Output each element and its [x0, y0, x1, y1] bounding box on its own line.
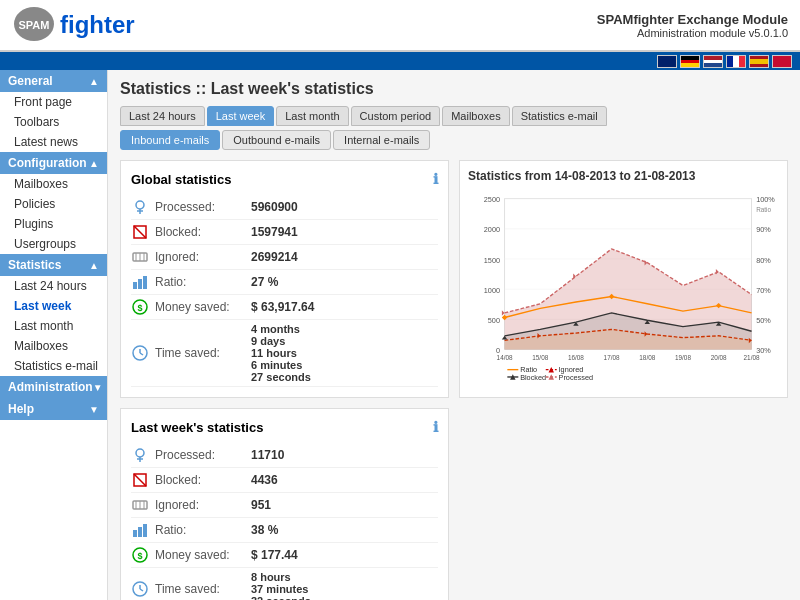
lw-blocked-value: 4436	[251, 473, 278, 487]
lw-blocked-label: Blocked:	[155, 473, 245, 487]
subtab-internal[interactable]: Internal e-mails	[333, 130, 430, 150]
svg-text:Ratio: Ratio	[756, 206, 771, 213]
sidebar-item-lastweek[interactable]: Last week	[0, 296, 107, 316]
svg-text:90%: 90%	[756, 225, 771, 234]
svg-text:SPAM: SPAM	[19, 19, 50, 31]
subtab-outbound[interactable]: Outbound e-mails	[222, 130, 331, 150]
time-value: 4 months 9 days 11 hours 6 minutes 27 se…	[251, 323, 311, 383]
sidebar-item-frontpage[interactable]: Front page	[0, 92, 107, 112]
lw-money-value: $ 177.44	[251, 548, 298, 562]
money-icon: $	[131, 298, 149, 316]
svg-rect-11	[133, 282, 137, 289]
flag-dk[interactable]	[772, 55, 792, 68]
blocked-value: 1597941	[251, 225, 298, 239]
sidebar-item-last24[interactable]: Last 24 hours	[0, 276, 107, 296]
svg-rect-86	[143, 524, 147, 537]
processed-label: Processed:	[155, 200, 245, 214]
svg-marker-73	[548, 374, 553, 379]
flag-de[interactable]	[680, 55, 700, 68]
svg-point-75	[136, 449, 144, 457]
svg-text:18/08: 18/08	[639, 355, 655, 362]
sidebar-section-admin: Administration ▼	[0, 376, 107, 398]
right-spacer	[459, 408, 788, 600]
lw-processed-label: Processed:	[155, 448, 245, 462]
svg-line-18	[140, 353, 143, 355]
stat-row-processed: Processed: 5960900	[131, 195, 438, 220]
sidebar-item-policies[interactable]: Policies	[0, 194, 107, 214]
global-stats-info-icon[interactable]: ℹ	[433, 171, 438, 187]
lw-money-label: Money saved:	[155, 548, 245, 562]
sidebar-header-general[interactable]: General ▲	[0, 70, 107, 92]
ratio-icon	[131, 273, 149, 291]
sidebar-item-statsemail[interactable]: Statistics e-mail	[0, 356, 107, 376]
svg-marker-67	[548, 367, 553, 372]
ignored-label: Ignored:	[155, 250, 245, 264]
sidebar-item-plugins[interactable]: Plugins	[0, 214, 107, 234]
lw-time-icon	[131, 580, 149, 598]
svg-rect-84	[133, 530, 137, 537]
stat-row-ignored: Ignored: 2699214	[131, 245, 438, 270]
svg-text:70%: 70%	[756, 286, 771, 295]
svg-text:20/08: 20/08	[711, 355, 727, 362]
chart-svg: 2500 2000 1500 1000 500 0 100% 90% 80% 7…	[468, 188, 779, 383]
sidebar-item-latestnews[interactable]: Latest news	[0, 132, 107, 152]
money-value: $ 63,917.64	[251, 300, 314, 314]
ratio-value: 27 %	[251, 275, 278, 289]
flag-nl[interactable]	[703, 55, 723, 68]
sidebar-help-label: Help	[8, 402, 34, 416]
tab-statsemail[interactable]: Statistics e-mail	[512, 106, 607, 126]
sidebar-header-config[interactable]: Configuration ▲	[0, 152, 107, 174]
header-info: SPAMfighter Exchange Module Administrati…	[597, 12, 788, 39]
lastweek-stats-title: Last week's statistics ℹ	[131, 419, 438, 435]
flag-fr[interactable]	[726, 55, 746, 68]
lastweek-stats-panel: Last week's statistics ℹ Processed: 1171…	[120, 408, 449, 600]
ignored-value: 2699214	[251, 250, 298, 264]
page-title: Statistics :: Last week's statistics	[120, 80, 788, 98]
svg-line-91	[140, 589, 143, 591]
sidebar-header-admin[interactable]: Administration ▼	[0, 376, 107, 398]
stat-row-ratio: Ratio: 27 %	[131, 270, 438, 295]
subtab-inbound[interactable]: Inbound e-mails	[120, 130, 220, 150]
sidebar-item-lastmonth[interactable]: Last month	[0, 316, 107, 336]
sidebar-item-mailboxes[interactable]: Mailboxes	[0, 174, 107, 194]
flag-es[interactable]	[749, 55, 769, 68]
lw-ratio-label: Ratio:	[155, 523, 245, 537]
lw-stat-time: Time saved: 8 hours 37 minutes 32 second…	[131, 568, 438, 600]
global-stats-panel: Global statistics ℹ Processed: 5960900	[120, 160, 449, 398]
lw-ignored-label: Ignored:	[155, 498, 245, 512]
svg-rect-12	[138, 279, 142, 289]
time-icon	[131, 344, 149, 362]
sidebar-item-usergroups[interactable]: Usergroups	[0, 234, 107, 254]
svg-text:21/08: 21/08	[744, 355, 760, 362]
money-label: Money saved:	[155, 300, 245, 314]
main-content: Statistics :: Last week's statistics Las…	[108, 70, 800, 600]
tab-mailboxes[interactable]: Mailboxes	[442, 106, 510, 126]
tab-customperiod[interactable]: Custom period	[351, 106, 441, 126]
svg-text:1500: 1500	[484, 256, 500, 265]
lw-ignored-value: 951	[251, 498, 271, 512]
svg-text:100%: 100%	[756, 195, 775, 204]
sidebar-item-toolbars[interactable]: Toolbars	[0, 112, 107, 132]
tab-lastweek[interactable]: Last week	[207, 106, 275, 126]
sidebar-section-help: Help ▼	[0, 398, 107, 420]
sidebar-admin-label: Administration	[8, 380, 93, 394]
chevron-down-icon-2: ▼	[89, 404, 99, 415]
svg-text:500: 500	[488, 316, 500, 325]
flag-uk[interactable]	[657, 55, 677, 68]
tab-lastmonth[interactable]: Last month	[276, 106, 348, 126]
svg-line-79	[134, 474, 146, 486]
chevron-up-icon-3: ▲	[89, 260, 99, 271]
sidebar-config-label: Configuration	[8, 156, 87, 170]
sidebar-header-stats[interactable]: Statistics ▲	[0, 254, 107, 276]
layout: General ▲ Front page Toolbars Latest new…	[0, 70, 800, 600]
lw-stat-ignored: Ignored: 951	[131, 493, 438, 518]
svg-text:2000: 2000	[484, 225, 500, 234]
svg-text:15/08: 15/08	[532, 355, 548, 362]
ignored-icon	[131, 248, 149, 266]
sidebar-header-help[interactable]: Help ▼	[0, 398, 107, 420]
tab-last24[interactable]: Last 24 hours	[120, 106, 205, 126]
lastweek-info-icon[interactable]: ℹ	[433, 419, 438, 435]
sidebar-item-mailboxes2[interactable]: Mailboxes	[0, 336, 107, 356]
subtabs-row: Inbound e-mails Outbound e-mails Interna…	[120, 130, 788, 150]
svg-text:$: $	[137, 551, 142, 561]
